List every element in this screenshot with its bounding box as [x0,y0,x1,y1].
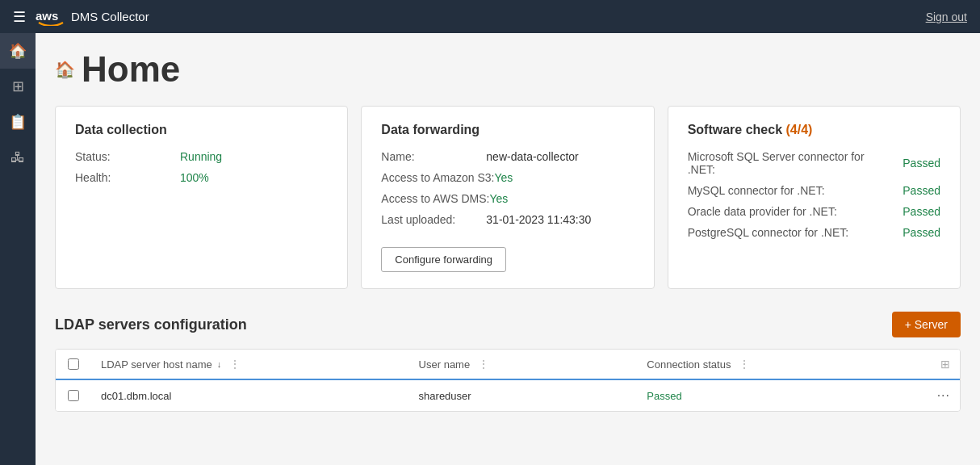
projects-icon: 📋 [9,113,27,131]
check-status: Passed [892,205,940,218]
sort-icon: ↓ [217,359,222,369]
check-status: Passed [892,157,940,170]
table-header: LDAP server host name ↓ ⋮ User name ⋮ Co… [56,350,960,380]
health-label: Health: [75,171,180,184]
app-title: DMS Collector [71,10,149,23]
ldap-table: LDAP server host name ↓ ⋮ User name ⋮ Co… [55,349,961,412]
check-label: Oracle data provider for .NET: [688,205,892,218]
host-col-menu[interactable]: ⋮ [226,358,244,371]
fw-dms-row: Access to AWS DMS: Yes [381,192,634,205]
svg-text:aws: aws [36,9,58,23]
configure-forwarding-button[interactable]: Configure forwarding [381,247,506,272]
sidebar: 🏠 ⊞ 📋 🖧 [0,33,36,465]
cards-row: Data collection Status: Running Health: … [55,106,961,289]
check-row: Microsoft SQL Server connector for .NET:… [688,150,940,176]
reports-icon: ⊞ [12,78,24,95]
fw-name-row: Name: new-data-collector [381,150,634,163]
home-icon: 🏠 [9,42,27,60]
fw-s3-label: Access to Amazon S3: [381,171,494,184]
th-host: LDAP server host name ↓ ⋮ [91,358,409,371]
page-title: Home [82,49,180,90]
row-status: Passed [637,390,895,402]
row-user: shareduser [409,390,638,402]
fw-name-value: new-data-collector [486,150,578,163]
fw-s3-value: Yes [494,171,513,184]
software-check-title: Software check (4/4) [688,123,940,137]
sidebar-item-projects[interactable]: 📋 [0,104,36,140]
check-status: Passed [892,226,940,239]
servers-icon: 🖧 [10,149,25,166]
ldap-header: LDAP servers configuration + Server [55,312,961,337]
check-label: Microsoft SQL Server connector for .NET: [688,150,892,176]
row-more-button[interactable]: ··· [937,388,950,403]
check-label: PostgreSQL connector for .NET: [688,226,892,239]
check-label: MySQL connector for .NET: [688,184,892,197]
status-row: Status: Running [75,150,328,163]
sign-out-link[interactable]: Sign out [926,10,967,23]
th-checkbox [56,358,91,370]
layout: 🏠 ⊞ 📋 🖧 🏠 Home Data collection Status: R… [0,33,980,465]
aws-logo-svg: aws [36,8,66,26]
ldap-section: LDAP servers configuration + Server LDAP… [55,312,961,412]
sidebar-item-reports[interactable]: ⊞ [0,69,36,104]
software-check-score: (4/4) [786,123,813,136]
page-title-container: 🏠 Home [55,49,961,90]
fw-uploaded-row: Last uploaded: 31-01-2023 11:43:30 [381,213,634,226]
health-value: 100% [180,171,209,184]
th-user: User name ⋮ [409,358,638,371]
topnav-left: ☰ aws DMS Collector [13,8,149,26]
th-actions: ⊞ [895,358,960,371]
software-check-card: Software check (4/4) Microsoft SQL Serve… [668,106,961,289]
row-actions: ··· [895,388,960,403]
fw-s3-row: Access to Amazon S3: Yes [381,171,634,184]
fw-uploaded-label: Last uploaded: [381,213,486,226]
ldap-title: LDAP servers configuration [55,316,247,333]
hamburger-icon[interactable]: ☰ [13,8,26,26]
fw-uploaded-value: 31-01-2023 11:43:30 [486,213,591,226]
status-value: Running [180,150,222,163]
check-status: Passed [892,184,940,197]
select-all-checkbox[interactable] [68,358,79,370]
data-collection-title: Data collection [75,123,328,137]
home-page-icon: 🏠 [55,60,75,79]
topnav: ☰ aws DMS Collector Sign out [0,0,980,33]
row-checkbox [56,390,91,401]
grid-view-icon[interactable]: ⊞ [940,358,950,371]
table-row: dc01.dbm.local shareduser Passed ··· [56,380,960,411]
status-label: Status: [75,150,180,163]
health-row: Health: 100% [75,171,328,184]
checks-container: Microsoft SQL Server connector for .NET:… [688,150,940,239]
data-collection-card: Data collection Status: Running Health: … [55,106,348,289]
data-forwarding-card: Data forwarding Name: new-data-collector… [361,106,654,289]
status-col-menu[interactable]: ⋮ [735,358,753,371]
fw-dms-value: Yes [489,192,508,205]
check-row: Oracle data provider for .NET: Passed [688,205,940,218]
aws-logo: aws DMS Collector [36,8,149,26]
data-forwarding-title: Data forwarding [381,123,634,137]
check-row: PostgreSQL connector for .NET: Passed [688,226,940,239]
fw-name-label: Name: [381,150,486,163]
sidebar-item-home[interactable]: 🏠 [0,33,36,69]
user-col-menu[interactable]: ⋮ [475,358,492,371]
add-server-button[interactable]: + Server [892,312,961,337]
check-row: MySQL connector for .NET: Passed [688,184,940,197]
row-host: dc01.dbm.local [91,390,409,402]
row-select-checkbox[interactable] [68,390,79,401]
ldap-rows: dc01.dbm.local shareduser Passed ··· [56,380,960,411]
fw-dms-label: Access to AWS DMS: [381,192,489,205]
th-status: Connection status ⋮ [637,358,895,371]
sidebar-item-servers[interactable]: 🖧 [0,140,36,175]
main-content: 🏠 Home Data collection Status: Running H… [36,33,980,465]
